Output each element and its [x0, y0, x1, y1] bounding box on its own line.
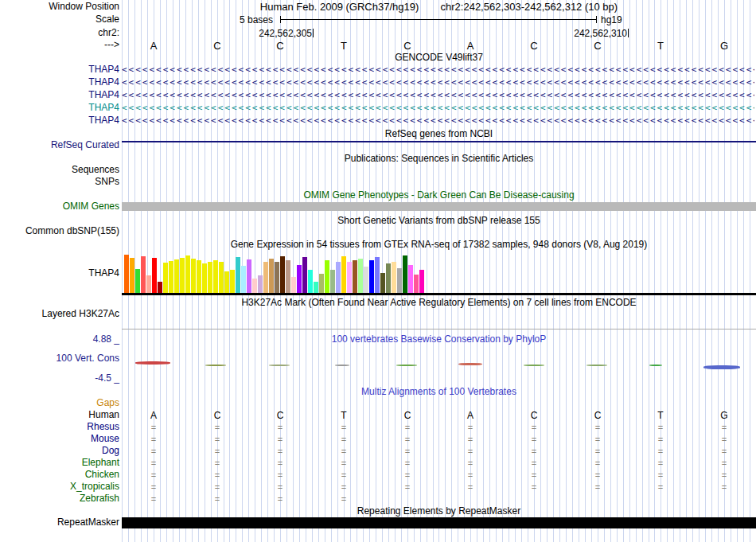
species-label-chicken[interactable]: Chicken	[0, 470, 119, 480]
species-label-dog[interactable]: Dog	[0, 446, 119, 456]
refseq-gene-bar[interactable]	[122, 141, 756, 142]
gtex-bar[interactable]	[280, 256, 285, 293]
gtex-bar[interactable]	[336, 262, 341, 293]
species-label-zebrafish[interactable]: Zebrafish	[0, 493, 119, 504]
gtex-bar[interactable]	[291, 277, 296, 293]
gtex-gene-label[interactable]: THAP4	[0, 268, 119, 279]
gtex-bar[interactable]	[358, 259, 363, 293]
gtex-bar[interactable]	[213, 260, 218, 293]
publications-track-title[interactable]: Publications: Sequences in Scientific Ar…	[122, 154, 756, 164]
dbsnp-track-title[interactable]: Short Genetic Variants from dbSNP releas…	[122, 216, 756, 226]
gtex-bar[interactable]	[258, 275, 263, 293]
gtex-bar[interactable]	[353, 260, 357, 293]
species-label-rhesus[interactable]: Rhesus	[0, 422, 119, 432]
gtex-bar[interactable]	[419, 270, 424, 293]
gtex-bar[interactable]	[247, 259, 251, 293]
gtex-bar[interactable]	[364, 267, 368, 293]
gtex-bar[interactable]	[197, 260, 201, 293]
gtex-bar[interactable]	[330, 270, 335, 293]
gtex-bar[interactable]	[202, 263, 207, 293]
gtex-bar[interactable]	[380, 273, 385, 293]
vert-cons-label[interactable]: 100 Vert. Cons	[0, 353, 119, 364]
refseq-curated-label[interactable]: RefSeq Curated	[0, 140, 119, 150]
gtex-bar[interactable]	[375, 257, 380, 293]
gtex-bar[interactable]	[275, 262, 279, 293]
gencode-gene-label[interactable]: THAP4	[0, 64, 119, 75]
species-label-human[interactable]: Human	[0, 410, 119, 420]
repeatmasker-bar[interactable]	[122, 517, 756, 528]
gtex-bar[interactable]	[185, 255, 190, 293]
sequences-label[interactable]: Sequences	[0, 165, 119, 175]
conservation-mark	[205, 365, 226, 366]
species-label-elephant[interactable]: Elephant	[0, 458, 119, 468]
common-dbsnp-label[interactable]: Common dbSNP(155)	[0, 226, 119, 236]
gencode-transcript-line[interactable]: <<<<<<<<<<<<<<<<<<<<<<<<<<<<<<<<<<<<<<<<…	[122, 103, 754, 113]
gtex-bar[interactable]	[191, 259, 196, 293]
gtex-bar[interactable]	[408, 265, 413, 293]
species-label-mouse[interactable]: Mouse	[0, 434, 119, 444]
gencode-transcript-line[interactable]: <<<<<<<<<<<<<<<<<<<<<<<<<<<<<<<<<<<<<<<<…	[122, 115, 754, 126]
snps-label[interactable]: SNPs	[0, 177, 119, 187]
gtex-bar[interactable]	[180, 258, 185, 293]
omim-gene-bar[interactable]	[122, 202, 756, 211]
gtex-bar[interactable]	[369, 260, 374, 293]
gtex-bar[interactable]	[130, 258, 134, 293]
omim-track-title[interactable]: OMIM Gene Phenotypes - Dark Green Can Be…	[122, 190, 756, 201]
gtex-bar[interactable]	[163, 263, 168, 293]
layered-h3k27ac-label[interactable]: Layered H3K27Ac	[0, 309, 119, 319]
gtex-bar[interactable]	[341, 256, 346, 293]
gencode-gene-label[interactable]: THAP4	[0, 90, 119, 100]
alignment-identity-mark: =	[722, 423, 727, 432]
gtex-bar[interactable]	[314, 282, 318, 293]
gtex-bar[interactable]	[269, 259, 274, 293]
gtex-bar[interactable]	[141, 256, 146, 293]
gtex-bar[interactable]	[230, 270, 235, 293]
gtex-bar[interactable]	[224, 271, 229, 293]
h3k27ac-track-title[interactable]: H3K27Ac Mark (Often Found Near Active Re…	[122, 298, 756, 308]
alignment-identity-mark: =	[341, 446, 346, 456]
gtex-bar[interactable]	[319, 274, 324, 293]
coordinate-left: 242,562,305	[207, 28, 312, 39]
gtex-bar[interactable]	[135, 269, 140, 293]
gaps-label[interactable]: Gaps	[0, 398, 119, 408]
gtex-bar[interactable]	[397, 268, 402, 293]
gencode-transcript-line[interactable]: <<<<<<<<<<<<<<<<<<<<<<<<<<<<<<<<<<<<<<<<…	[122, 64, 754, 75]
omim-genes-label[interactable]: OMIM Genes	[0, 201, 119, 212]
gtex-track-title[interactable]: Gene Expression in 54 tissues from GTEx …	[122, 240, 756, 250]
gtex-bar[interactable]	[392, 262, 396, 293]
gtex-bar[interactable]	[252, 279, 257, 293]
gencode-track-title[interactable]: GENCODE V49lift37	[122, 53, 756, 63]
gencode-transcript-line[interactable]: <<<<<<<<<<<<<<<<<<<<<<<<<<<<<<<<<<<<<<<<…	[122, 90, 754, 100]
gtex-bar[interactable]	[208, 262, 212, 293]
gtex-bar[interactable]	[158, 282, 162, 293]
gtex-bar[interactable]	[386, 263, 391, 293]
multiz-track-title[interactable]: Multiz Alignments of 100 Vertebrates	[122, 387, 756, 397]
gtex-bar[interactable]	[146, 275, 151, 293]
gtex-bar[interactable]	[414, 275, 419, 293]
phylop-track-title[interactable]: 100 vertebrates Basewise Conservation by…	[122, 334, 756, 345]
gtex-bar[interactable]	[325, 260, 329, 293]
gtex-bar[interactable]	[219, 262, 224, 293]
repeatmasker-track-title[interactable]: Repeating Elements by RepeatMasker	[122, 506, 756, 517]
gencode-transcript-line[interactable]: <<<<<<<<<<<<<<<<<<<<<<<<<<<<<<<<<<<<<<<<…	[122, 77, 754, 88]
gencode-gene-label[interactable]: THAP4	[0, 77, 119, 88]
gtex-bar[interactable]	[403, 255, 407, 293]
gtex-bar[interactable]	[124, 255, 129, 293]
gencode-gene-label[interactable]: THAP4	[0, 103, 119, 113]
gtex-expression-bars[interactable]	[124, 252, 427, 293]
gtex-bar[interactable]	[308, 270, 313, 293]
gtex-bar[interactable]	[286, 260, 290, 293]
gtex-bar[interactable]	[263, 262, 268, 293]
gtex-bar[interactable]	[347, 262, 352, 293]
species-label-x_tropicalis[interactable]: X_tropicalis	[0, 482, 119, 492]
gtex-bar[interactable]	[174, 259, 179, 293]
refseq-track-title[interactable]: RefSeq genes from NCBI	[122, 129, 756, 139]
gtex-bar[interactable]	[152, 258, 157, 293]
gtex-bar[interactable]	[302, 257, 307, 293]
gtex-bar[interactable]	[297, 265, 302, 293]
gtex-bar[interactable]	[236, 257, 240, 293]
gtex-bar[interactable]	[241, 266, 246, 293]
gencode-gene-label[interactable]: THAP4	[0, 115, 119, 126]
gtex-bar[interactable]	[169, 261, 173, 293]
repeatmasker-label[interactable]: RepeatMasker	[0, 517, 119, 528]
